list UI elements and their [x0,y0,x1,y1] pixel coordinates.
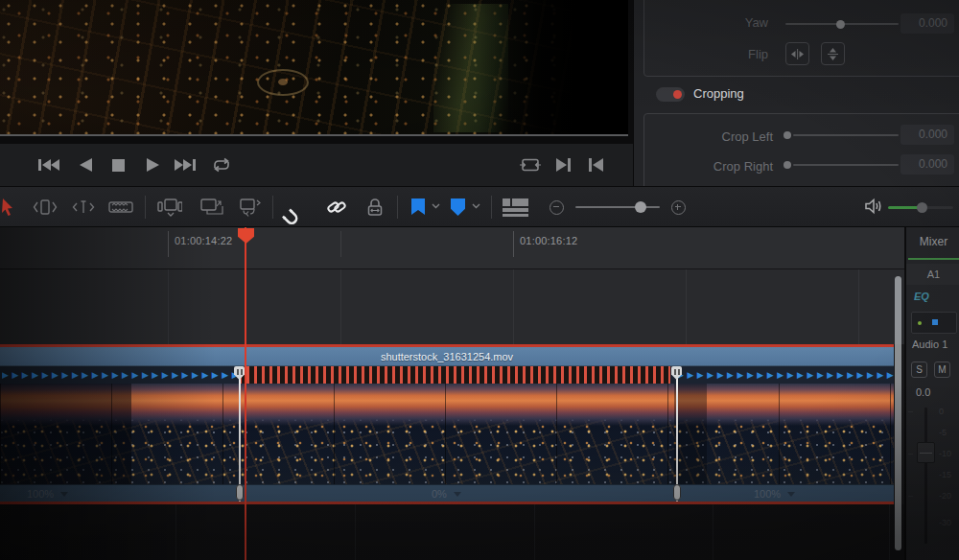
filmstrip-shade [0,384,131,484]
fader-scale-mark: -30 [939,518,951,527]
video-track-lane[interactable] [0,269,904,344]
ruler-timecode: 01:00:14:22 [175,235,232,246]
yaw-slider-knob[interactable] [836,20,845,29]
marker-icon[interactable] [451,198,465,216]
ruler-tick [340,231,341,257]
marker-chevron-down-icon[interactable] [472,203,480,209]
cropping-toggle[interactable] [656,87,685,102]
toolbar-divider [145,196,146,219]
next-frame-button[interactable] [550,153,575,176]
flip-label: Flip [691,47,768,61]
flip-horizontal-button[interactable] [785,42,809,65]
loop-range-button[interactable] [518,153,543,176]
mixer-panel: Mixer A1 EQ Audio 1 S M 0.0 0 -5 -10 -15… [904,227,959,560]
ruler-tick [513,231,514,257]
loop-playback-button[interactable] [209,153,234,176]
stop-button[interactable] [105,153,130,176]
flag-chevron-down-icon[interactable] [432,203,440,209]
audio-mute-speaker-icon[interactable] [864,198,883,219]
go-to-start-button[interactable] [36,153,61,176]
fader-scale-mark: -15 [939,470,951,479]
toolbar-divider [491,196,492,219]
speed-dropdown-caret [787,492,795,497]
speed-dropdown-caret [454,492,461,497]
clip-speed-bar[interactable]: 100% 0% 100% [0,484,894,502]
viewer-scrub-bar[interactable] [0,134,628,136]
trim-edit-mode-icon[interactable] [31,194,59,221]
timeline-vertical-scrollbar[interactable] [895,276,901,550]
linked-selection-icon[interactable] [322,194,351,221]
zoom-in-button[interactable] [664,194,692,221]
flag-icon[interactable] [411,198,425,215]
transport-controls [0,144,633,186]
volume-fader-handle[interactable] [917,442,935,463]
timeline-lower-lane[interactable] [0,504,904,560]
play-button[interactable] [140,153,165,176]
solo-button[interactable]: S [911,362,927,378]
crop-left-value[interactable]: 0.000 [901,125,954,145]
video-park-detail [433,4,508,132]
fader-gain-value: 0.0 [916,386,930,398]
retime-handle-grip[interactable] [236,484,244,501]
timeline-ruler[interactable]: 01:00:14:22 01:00:16:12 [0,227,904,269]
timeline-zoom-slider[interactable] [575,206,660,208]
retime-handle-tag[interactable] [671,366,682,380]
retime-forward-arrows: ▶▶▶▶▶▶▶▶▶▶▶▶▶▶▶▶▶▶▶▶▶▶▶▶▶▶▶▶▶▶▶▶▶▶▶▶▶▶▶▶… [677,366,894,384]
speed-segment-label[interactable]: 100% [754,485,795,502]
go-to-end-button[interactable] [173,153,198,176]
clip-filename: shutterstock_31631254.mov [381,351,513,362]
play-reverse-button[interactable] [73,153,98,176]
retime-control-row[interactable]: ▶▶▶▶▶▶▶▶▶▶▶▶▶▶▶▶▶▶▶▶▶▶▶▶▶▶▶▶▶▶▶▶▶▶▶▶▶▶▶▶… [0,366,894,384]
insert-clip-icon[interactable] [155,194,184,221]
overwrite-clip-icon[interactable] [198,194,226,221]
mixer-track-a1[interactable]: A1 [906,264,959,285]
clip-filmstrip[interactable] [0,384,894,484]
replace-clip-icon[interactable] [236,194,265,221]
timeline-zoom-knob[interactable] [635,201,646,213]
video-preview [0,0,628,135]
davinci-resolve-edit-page: Yaw 0.000 Flip Cropping Crop Left 0.000 … [0,0,959,560]
yaw-value[interactable]: 0.000 [901,13,954,34]
snapping-magnet-icon[interactable] [281,194,310,221]
retime-speed-handle[interactable] [671,366,682,502]
previous-frame-button[interactable] [583,153,608,176]
clip-title-bar[interactable]: shutterstock_31631254.mov [0,347,894,366]
dynamic-trim-tool-icon[interactable] [69,194,98,221]
crop-left-label: Crop Left [696,129,773,144]
crop-right-slider[interactable] [793,164,899,166]
mixer-eq-label[interactable]: EQ [914,291,929,302]
flip-vertical-button[interactable] [821,42,845,65]
eq-curve-thumbnail[interactable] [911,312,957,334]
timeline-clip[interactable]: shutterstock_31631254.mov ▶▶▶▶▶▶▶▶▶▶▶▶▶▶… [0,344,894,504]
zoom-out-button[interactable] [542,194,571,221]
retime-freeze-frame-bars [239,366,670,384]
fader-scale-mark: 0 [939,407,944,416]
speed-segment-label[interactable]: 0% [432,485,461,502]
inspector-panel: Yaw 0.000 Flip Cropping Crop Left 0.000 … [633,0,959,186]
volume-slider-knob[interactable] [917,202,927,213]
retime-speed-handle[interactable] [234,366,245,502]
edit-toolbar [0,186,959,227]
retime-forward-arrows: ▶▶▶▶▶▶▶▶▶▶▶▶▶▶▶▶▶▶▶▶▶▶▶▶▶▶▶▶▶▶▶▶▶▶▶▶▶▶▶▶… [2,366,238,384]
toolbar-divider [397,196,398,219]
retime-handle-tag[interactable] [234,366,245,380]
razor-tool-icon[interactable] [106,194,135,221]
cropping-section-header: Cropping [634,84,959,109]
crop-right-label: Crop Right [696,159,773,174]
volume-fader-track[interactable] [924,408,927,544]
yaw-label: Yaw [691,15,768,30]
cropping-title: Cropping [693,86,744,101]
ruler-tick [168,231,169,257]
retime-handle-grip[interactable] [673,484,681,501]
position-lock-icon[interactable] [361,194,389,221]
yaw-slider[interactable] [785,23,899,25]
mute-button[interactable]: M [934,362,950,378]
crop-left-slider[interactable] [793,134,899,136]
timeline-view-options-icon[interactable] [503,198,528,217]
selection-tool-icon[interactable] [0,194,21,221]
crop-left-slider-dot[interactable] [784,131,791,139]
crop-right-slider-dot[interactable] [784,161,791,169]
crop-right-value[interactable]: 0.000 [901,154,954,175]
speed-segment-label[interactable]: 100% [27,485,68,502]
eq-band-dot-blue [932,319,938,325]
